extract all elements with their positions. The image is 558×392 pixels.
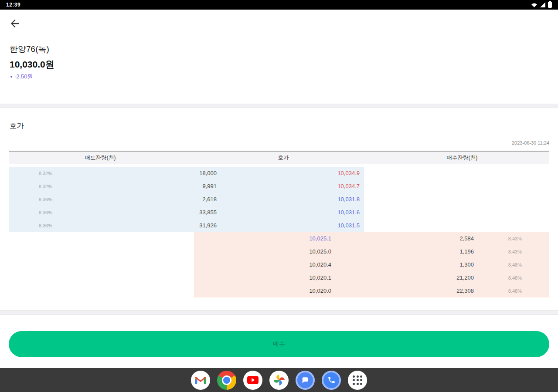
stock-name: 한양76(녹): [10, 44, 49, 55]
change-value: -2.50원: [14, 73, 33, 81]
ask-quantity: 2,618: [96, 193, 217, 206]
bid-price: 10,020.1: [244, 271, 331, 284]
ask-price: 10,031.6: [270, 206, 360, 219]
bid-price: 10,020.4: [244, 258, 331, 271]
ask-quantity: 9,991: [96, 180, 217, 193]
ask-row[interactable]: 8.36%2,61810,031.8: [9, 193, 549, 206]
back-button[interactable]: [9, 17, 21, 30]
bid-row[interactable]: 10,025.12,5848.43%: [9, 232, 549, 245]
ask-quantity: 31,926: [96, 219, 217, 232]
bid-price: 10,025.0: [244, 245, 331, 258]
bid-row[interactable]: 10,020.022,3088.48%: [9, 284, 549, 297]
chrome-icon[interactable]: [217, 371, 236, 390]
orderbook-table: 매도잔량(천) 호가 매수잔량(천) 8.32%18,00010,034.98.…: [9, 151, 549, 297]
status-bar: 12:39: [0, 0, 558, 10]
orderbook-header: 매도잔량(천) 호가 매수잔량(천): [9, 151, 549, 164]
buy-button[interactable]: 매수: [9, 331, 549, 357]
stock-price: 10,030.0원: [10, 58, 54, 71]
ask-yield: 8.32%: [9, 180, 52, 193]
ask-yield: 8.32%: [9, 167, 52, 180]
ask-yield: 8.36%: [9, 206, 52, 219]
bid-row[interactable]: 10,020.121,2008.48%: [9, 271, 549, 284]
bid-price: 10,020.0: [244, 284, 331, 297]
bid-quantity: 1,196: [379, 245, 474, 258]
bid-row[interactable]: 10,020.41,3008.48%: [9, 258, 549, 271]
section-divider: [0, 310, 558, 315]
section-divider: [0, 104, 558, 108]
phone-icon[interactable]: [322, 371, 341, 390]
battery-icon: [548, 2, 552, 8]
ask-row[interactable]: 8.32%9,99110,034.7: [9, 180, 549, 193]
bid-row[interactable]: 10,025.01,1968.43%: [9, 245, 549, 258]
ask-yield: 8.36%: [9, 193, 52, 206]
column-header-bid-qty: 매수잔량(천): [375, 152, 549, 165]
orderbook-rows: 8.32%18,00010,034.98.32%9,99110,034.78.3…: [9, 167, 549, 297]
dock: [0, 368, 558, 392]
stock-change: ▼ -2.50원: [10, 73, 33, 81]
column-header-ask-qty: 매도잔량(천): [9, 152, 192, 165]
ask-price: 10,034.7: [270, 180, 360, 193]
ask-yield: 8.36%: [9, 219, 52, 232]
ask-row[interactable]: 8.32%18,00010,034.9: [9, 167, 549, 180]
app-drawer-icon[interactable]: [348, 371, 367, 390]
ask-quantity: 33,855: [96, 206, 217, 219]
column-header-price: 호가: [192, 152, 375, 165]
clock: 12:39: [6, 2, 20, 8]
youtube-icon[interactable]: [243, 371, 262, 390]
orderbook-title: 호가: [10, 121, 24, 131]
messages-icon[interactable]: [296, 371, 315, 390]
ask-price: 10,034.9: [270, 167, 360, 180]
bid-quantity: 21,200: [379, 271, 474, 284]
orderbook-timestamp: 2023-06-30 11:24: [512, 140, 549, 145]
wifi-icon: [531, 2, 538, 8]
ask-quantity: 18,000: [96, 167, 217, 180]
down-triangle-icon: ▼: [10, 75, 13, 79]
photos-icon[interactable]: [269, 371, 289, 390]
bid-quantity: 2,584: [379, 232, 474, 245]
ask-price: 10,031.8: [270, 193, 360, 206]
bid-yield: 8.43%: [480, 245, 522, 258]
ask-row[interactable]: 8.36%33,85510,031.6: [9, 206, 549, 219]
bid-quantity: 1,300: [379, 258, 474, 271]
gmail-icon[interactable]: [191, 371, 210, 390]
ask-price: 10,031.5: [270, 219, 360, 232]
app-screen: 12:39 한양76(녹) 10,030.0원 ▼ -2.50원 호가 2023…: [0, 0, 558, 392]
ask-row[interactable]: 8.36%31,92610,031.5: [9, 219, 549, 232]
grid-dots-icon: [353, 375, 362, 385]
bid-price: 10,025.1: [244, 232, 331, 245]
signal-icon: [540, 2, 546, 8]
bid-yield: 8.43%: [480, 232, 522, 245]
bid-yield: 8.48%: [480, 271, 522, 284]
bid-quantity: 22,308: [379, 284, 474, 297]
bid-yield: 8.48%: [480, 284, 522, 297]
bid-yield: 8.48%: [480, 258, 522, 271]
